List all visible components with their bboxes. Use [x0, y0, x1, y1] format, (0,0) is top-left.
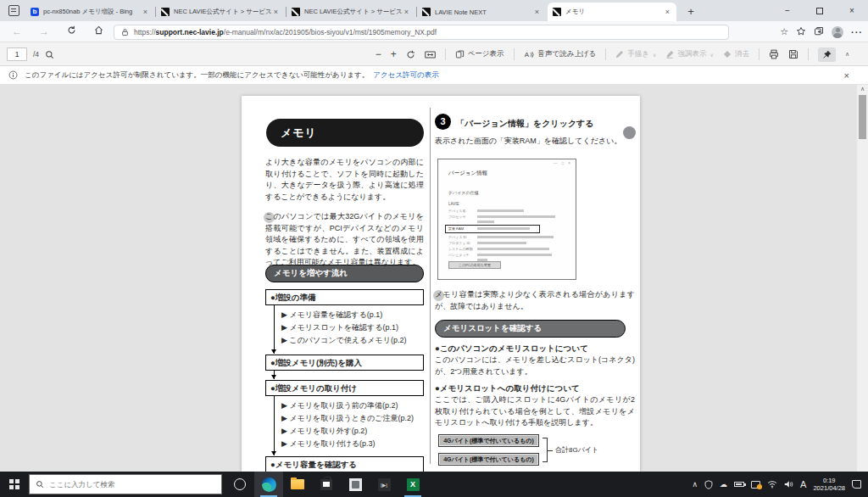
cortana-button[interactable]	[225, 472, 254, 497]
pin-toolbar-button[interactable]	[818, 47, 836, 62]
banner-close-icon[interactable]: ×	[844, 70, 849, 81]
print-button[interactable]	[769, 49, 779, 59]
taskbar-search-box[interactable]	[29, 474, 222, 494]
taskbar-media-button[interactable]: [▶]	[370, 472, 398, 497]
window-controls: − ×	[771, 0, 868, 21]
tab-close-icon[interactable]: ×	[533, 8, 541, 16]
banner-permissions-link[interactable]: アクセス許可の表示	[373, 70, 439, 81]
scrollbar-thumb[interactable]	[859, 95, 866, 139]
address-bar[interactable]: https://support.nec-lavie.jp/e-manual/m/…	[114, 25, 729, 40]
taskbar-excel-button[interactable]: X	[398, 472, 427, 497]
refresh-icon[interactable]	[61, 25, 81, 37]
tab-close-icon[interactable]: ×	[142, 8, 149, 16]
tab-nec-lavie-1[interactable]: NEC LAVIE公式サイト > サービス& ×	[156, 3, 285, 21]
speaker-icon[interactable]	[784, 480, 793, 489]
flow-arrow	[274, 305, 275, 354]
battery-icon[interactable]	[734, 482, 744, 488]
taskbar-edge-button[interactable]	[254, 472, 283, 497]
spec-row: プロセッサ	[448, 215, 555, 223]
tab-memory-pdf-active[interactable]: メモリ ×	[548, 3, 676, 21]
page-number-input[interactable]	[7, 47, 27, 61]
onedrive-cloud-icon[interactable]: ☁	[720, 480, 727, 489]
memory-note: メモリ容量は実際より少なく表示される場合がありますが、故障ではありません。	[435, 289, 635, 312]
spec-row: システムの種類	[448, 247, 549, 251]
rotate-icon[interactable]	[406, 50, 415, 59]
spec-row: デバイス ID	[448, 235, 554, 239]
collections-star-icon[interactable]	[796, 26, 806, 38]
settings-menu-icon[interactable]: ···	[851, 27, 863, 37]
defender-icon[interactable]	[704, 480, 713, 489]
tab-groups-icon[interactable]	[814, 26, 824, 38]
flow-link[interactable]: ▶ メモリを取り外す(p.2)	[281, 425, 414, 438]
tab-bing-search[interactable]: b pc-nx850nab メモリ増設 - Bing ×	[25, 3, 154, 21]
step-number-badge: 3	[435, 114, 451, 130]
window-close-button[interactable]: ×	[836, 0, 868, 21]
fit-to-width-icon[interactable]	[425, 50, 436, 59]
bullet1-body: このパソコンには、メモリを差し込むスロット(コネクタ)が、2つ用意されています。	[435, 355, 635, 377]
zoom-in-button[interactable]: +	[391, 48, 397, 60]
tab-nec-lavie-2[interactable]: NEC LAVIE公式サイト > サービス& ×	[287, 3, 415, 21]
ime-indicator[interactable]: A	[800, 479, 806, 489]
memory-slot-box-2: 4Gバイト(標準で付いているもの)	[438, 453, 539, 466]
taskbar-store-button[interactable]	[312, 472, 341, 497]
pages-icon	[455, 50, 465, 59]
tab-close-icon[interactable]: ×	[664, 8, 671, 16]
back-icon[interactable]: ←	[7, 25, 27, 37]
scroll-up-arrow-icon[interactable]: ∧	[845, 51, 849, 58]
flow-link[interactable]: ▶ メモリを取り付ける(p.3)	[281, 438, 414, 450]
tab-close-icon[interactable]: ×	[272, 8, 280, 16]
taskbar-search-input[interactable]	[49, 480, 193, 489]
start-button[interactable]	[0, 472, 29, 497]
home-icon[interactable]	[88, 25, 108, 37]
clock-time: 0:19	[813, 477, 845, 484]
pdf-page: メモリ より大きな容量のメモリをパソコンの内部に取り付けることで、ソフトを同時に…	[242, 96, 640, 472]
favorites-star-icon[interactable]: ☆	[780, 26, 788, 37]
wifi-icon[interactable]	[767, 480, 777, 489]
flow-box-install: ●増設メモリの取り付け	[265, 380, 424, 396]
window-minimize-button[interactable]: −	[771, 0, 804, 21]
zoom-out-button[interactable]: −	[376, 48, 381, 60]
read-aloud-button[interactable]: A 音声で読み上げる	[524, 49, 597, 59]
profile-avatar[interactable]	[832, 26, 843, 38]
printer-icon	[769, 49, 779, 59]
total-bracket	[542, 438, 548, 462]
pdf-toolbar: /4 − + ページ表示 A 音声で読み上げる	[0, 42, 868, 66]
tab-actions-menu-icon[interactable]	[8, 5, 19, 16]
maximize-icon	[816, 8, 823, 14]
svg-text:A: A	[524, 51, 529, 59]
flow-link[interactable]: ▶ メモリを取り扱うときのご注意(p.2)	[281, 412, 414, 425]
flow-link[interactable]: ▶ メモリスロットを確認する(p.1)	[281, 321, 406, 334]
flow-link[interactable]: ▶ メモリを取り扱う前の準備(p.2)	[281, 399, 414, 412]
save-button[interactable]	[788, 49, 798, 59]
search-icon[interactable]	[45, 50, 54, 59]
bullet2-title: ●メモリスロットへの取り付けについて	[435, 383, 580, 394]
new-tab-button[interactable]: +	[683, 4, 698, 20]
forward-icon[interactable]: →	[34, 25, 54, 37]
flow-arrow	[274, 396, 275, 455]
taskbar-photos-button[interactable]	[341, 472, 370, 497]
flow-link[interactable]: ▶ メモリ容量を確認する(p.1)	[281, 309, 406, 321]
taskbar-explorer-button[interactable]	[283, 472, 312, 497]
tab-lavie-note-next[interactable]: LAVIE Note NEXT ×	[417, 3, 546, 21]
flow-link[interactable]: ▶ このパソコンで使えるメモリ(p.2)	[281, 334, 406, 347]
scrollbar-up-arrow-icon[interactable]: ∧	[857, 86, 868, 92]
doc-title-pill: メモリ	[266, 119, 424, 147]
flow-section-pill: メモリを増やす流れ	[265, 265, 424, 282]
system-tray: ∧ ☁ A 0:19 2021/04/28	[693, 472, 861, 497]
screenshot-brand: LAVIE	[448, 202, 459, 206]
search-icon	[36, 480, 44, 489]
toolbar-separator	[514, 48, 515, 60]
update-notification-icon[interactable]	[751, 481, 760, 489]
doc-paragraph-1: より大きな容量のメモリをパソコンの内部に取り付けることで、ソフトを同時に起動した…	[265, 157, 424, 203]
page-view-button[interactable]: ページ表示	[455, 49, 504, 59]
tab-close-icon[interactable]: ×	[403, 8, 410, 16]
media-app-icon: [▶]	[378, 478, 391, 491]
window-maximize-button[interactable]	[804, 0, 836, 21]
flow-box-preparation: ●増設の準備	[265, 289, 424, 305]
show-hidden-icons-chevron[interactable]: ∧	[693, 480, 698, 489]
edge-icon	[262, 477, 276, 492]
pdf-scrollbar[interactable]: ∧	[857, 85, 868, 472]
flow-box-purchase: ●増設メモリ(別売)を購入	[265, 355, 424, 371]
taskbar-clock[interactable]: 0:19 2021/04/28	[813, 477, 845, 492]
action-center-icon[interactable]	[852, 480, 861, 489]
